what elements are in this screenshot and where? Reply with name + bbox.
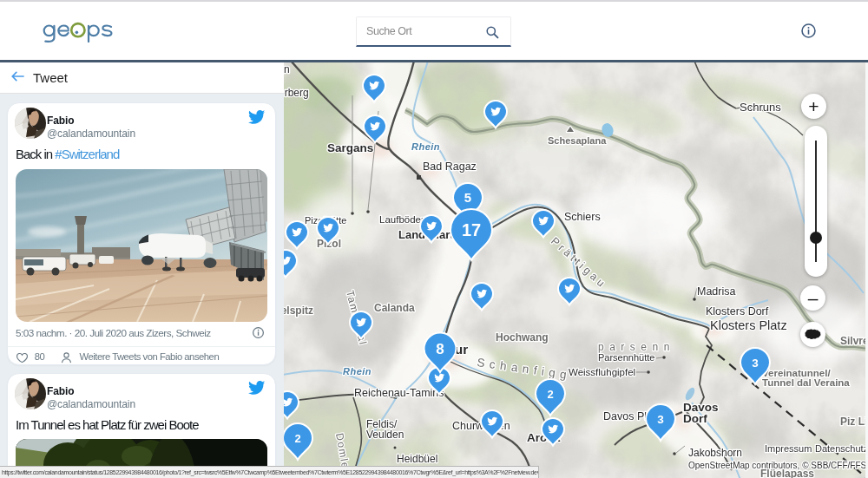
svg-text:Weissfluhgipfel: Weissfluhgipfel [569, 367, 635, 377]
svg-text:parsenn: parsenn [598, 341, 675, 353]
svg-text:Schesaplana: Schesaplana [548, 135, 607, 146]
svg-text:5: 5 [464, 190, 471, 205]
svg-text:3: 3 [752, 357, 759, 370]
svg-text:Piz Linard: Piz Linard [840, 416, 868, 428]
svg-text:Rhein: Rhein [343, 366, 372, 377]
svg-text:8: 8 [436, 341, 444, 357]
svg-text:Davos Pl: Davos Pl [603, 410, 647, 422]
svg-text:Jakobshorn: Jakobshorn [688, 447, 742, 459]
svg-text:Schiers: Schiers [564, 211, 601, 223]
svg-text:Schruns: Schruns [740, 101, 781, 114]
svg-text:Madrisa: Madrisa [697, 285, 736, 298]
svg-text:Hochwang: Hochwang [496, 331, 549, 344]
svg-text:Veulden: Veulden [366, 429, 404, 441]
svg-text:Laufböden: Laufböden [379, 214, 426, 225]
svg-text:Klosters Dorf: Klosters Dorf [706, 305, 769, 318]
svg-text:17: 17 [462, 220, 481, 239]
svg-text:Heidbüel: Heidbüel [397, 453, 437, 465]
svg-text:Dorf: Dorf [683, 412, 707, 425]
svg-text:Silvrett: Silvrett [840, 335, 868, 347]
svg-text:3: 3 [657, 413, 664, 426]
svg-text:Klosters Platz: Klosters Platz [710, 318, 787, 332]
svg-text:Impressum: Impressum [765, 443, 812, 454]
svg-text:Tunnel dal Veraina: Tunnel dal Veraina [762, 377, 850, 388]
svg-text:2: 2 [547, 388, 553, 401]
svg-text:Flüelapass: Flüelapass [760, 468, 814, 478]
svg-text:2: 2 [294, 432, 300, 445]
svg-text:Parsennhütte: Parsennhütte [598, 352, 654, 363]
svg-text:Datenschutz: Datenschutz [815, 443, 868, 454]
svg-text:Ringelspitz: Ringelspitz [284, 304, 313, 317]
svg-text:Bad Ragaz: Bad Ragaz [423, 160, 477, 173]
svg-text:Sargans: Sargans [327, 141, 373, 154]
svg-text:Calanda: Calanda [374, 302, 415, 314]
svg-text:Rhein: Rhein [411, 141, 440, 152]
svg-text:n: n [284, 63, 290, 75]
svg-text:Reichenau-Tamins: Reichenau-Tamins [354, 387, 444, 399]
svg-text:erberg: erberg [284, 87, 309, 99]
